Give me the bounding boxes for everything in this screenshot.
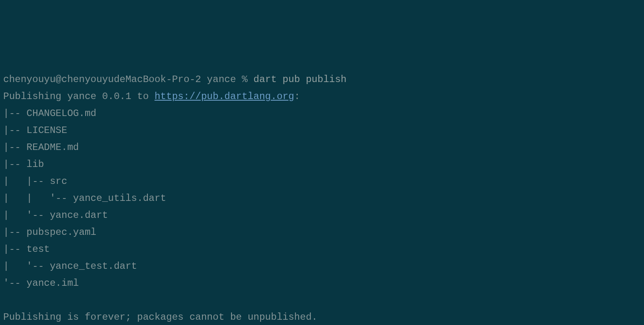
tree-line: |-- pubspec.yaml <box>3 227 96 238</box>
tree-line: | | '-- yance_utils.dart <box>3 193 166 204</box>
tree-line: |-- test <box>3 244 50 255</box>
tree-line: |-- lib <box>3 159 44 170</box>
tree-line: | '-- yance_test.dart <box>3 261 137 272</box>
tree-line: | |-- src <box>3 176 67 187</box>
tree-line: |-- README.md <box>3 142 79 153</box>
command-text: dart pub publish <box>253 74 346 85</box>
tree-line: |-- LICENSE <box>3 125 67 136</box>
prompt-userhost: chenyouyu@chenyouyudeMacBook-Pro-2 <box>3 74 201 85</box>
warning-line-1: Publishing is forever; packages cannot b… <box>3 312 318 323</box>
tree-line: |-- CHANGELOG.md <box>3 108 96 119</box>
publishing-suffix: : <box>294 91 300 102</box>
prompt-separator: % <box>242 74 248 85</box>
publishing-prefix: Publishing yance 0.0.1 to <box>3 91 154 102</box>
publish-url-link[interactable]: https://pub.dartlang.org <box>154 91 294 102</box>
prompt-cwd: yance <box>207 74 236 85</box>
tree-line: | '-- yance.dart <box>3 210 108 221</box>
tree-line: '-- yance.iml <box>3 278 79 289</box>
terminal-output: chenyouyu@chenyouyudeMacBook-Pro-2 yance… <box>3 71 641 325</box>
